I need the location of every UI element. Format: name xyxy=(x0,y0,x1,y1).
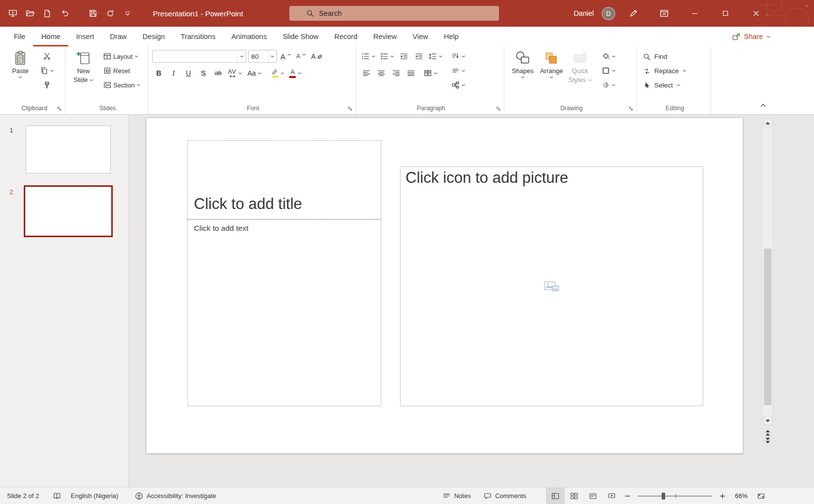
tab-draw[interactable]: Draw xyxy=(102,27,135,46)
collapse-ribbon-button[interactable] xyxy=(758,100,769,110)
redo-button[interactable] xyxy=(103,7,117,20)
font-color-button[interactable]: A xyxy=(288,67,303,80)
zoom-slider-thumb[interactable] xyxy=(662,493,665,500)
underline-button[interactable]: U xyxy=(182,67,195,80)
tab-transitions[interactable]: Transitions xyxy=(173,27,223,46)
convert-to-smartart-button[interactable] xyxy=(450,79,467,91)
title-placeholder[interactable]: Click to add title xyxy=(187,140,381,219)
font-size-combo[interactable] xyxy=(248,50,277,63)
increase-indent-button[interactable] xyxy=(412,50,425,63)
view-slide-sorter-button[interactable] xyxy=(565,488,584,504)
save-button[interactable] xyxy=(86,7,99,20)
font-name-input[interactable] xyxy=(153,50,237,62)
tab-record[interactable]: Record xyxy=(326,27,365,46)
slide-surface[interactable]: Click to add title Click to add text Cli… xyxy=(146,118,743,454)
comments-button[interactable]: Comments xyxy=(484,492,526,500)
ribbon-display-options-button[interactable] xyxy=(649,0,679,27)
zoom-slider[interactable] xyxy=(638,493,712,500)
tab-slide-show[interactable]: Slide Show xyxy=(274,27,326,46)
view-normal-button[interactable] xyxy=(546,488,565,504)
picture-placeholder[interactable]: Click icon to add picture xyxy=(400,167,703,406)
clear-formatting-button[interactable]: A xyxy=(310,50,324,63)
clipboard-dialog-launcher[interactable] xyxy=(55,104,63,112)
shape-effects-button[interactable] xyxy=(600,79,617,91)
shape-fill-button[interactable] xyxy=(600,50,617,63)
close-button[interactable] xyxy=(741,0,771,27)
spell-check-button[interactable] xyxy=(53,492,61,500)
scrollbar-thumb[interactable] xyxy=(764,249,771,405)
tab-home[interactable]: Home xyxy=(33,27,68,46)
drawing-dialog-launcher[interactable] xyxy=(627,104,634,112)
scroll-down-button[interactable] xyxy=(764,417,772,425)
start-slideshow-button[interactable] xyxy=(6,7,19,20)
tab-view[interactable]: View xyxy=(405,27,436,46)
zoom-out-button[interactable] xyxy=(621,488,634,504)
accessibility-checker[interactable]: Accessibility: Investigate xyxy=(135,492,216,500)
grow-font-button[interactable]: A xyxy=(279,50,293,63)
find-button[interactable]: Find xyxy=(641,50,688,63)
minimize-button[interactable] xyxy=(679,0,710,27)
language-indicator[interactable]: English (Nigeria) xyxy=(71,492,118,500)
share-button[interactable]: Share xyxy=(732,33,770,41)
fit-slide-to-window-button[interactable] xyxy=(754,488,769,504)
numbering-button[interactable] xyxy=(379,50,396,63)
avatar[interactable]: D xyxy=(602,7,615,20)
view-reading-button[interactable] xyxy=(584,488,602,504)
arrange-button[interactable]: Arrange xyxy=(537,48,566,102)
tab-review[interactable]: Review xyxy=(365,27,405,46)
shape-outline-button[interactable] xyxy=(600,64,617,77)
tab-help[interactable]: Help xyxy=(436,27,466,46)
customize-quick-access-button[interactable] xyxy=(121,7,134,20)
tab-design[interactable]: Design xyxy=(135,27,173,46)
slide-indicator[interactable]: Slide 2 of 2 xyxy=(7,492,39,500)
paste-button[interactable]: Paste xyxy=(6,48,35,102)
user-name[interactable]: Daniel xyxy=(574,9,594,17)
cut-button[interactable] xyxy=(39,50,55,63)
columns-button[interactable] xyxy=(422,67,439,80)
previous-slide-button[interactable] xyxy=(764,429,772,437)
copy-button[interactable] xyxy=(39,64,55,77)
tab-file[interactable]: File xyxy=(6,27,33,46)
undo-dropdown-button[interactable] xyxy=(75,7,82,20)
search-input[interactable]: Search xyxy=(289,6,499,21)
tab-animations[interactable]: Animations xyxy=(224,27,275,46)
text-highlight-button[interactable] xyxy=(270,67,286,80)
inking-button[interactable] xyxy=(618,0,649,27)
character-spacing-button[interactable]: AV xyxy=(226,67,244,80)
bold-button[interactable]: B xyxy=(152,67,165,80)
line-spacing-button[interactable] xyxy=(427,50,444,63)
insert-picture-icon[interactable] xyxy=(544,280,560,294)
align-center-button[interactable] xyxy=(375,67,388,80)
change-case-button[interactable]: Aa xyxy=(246,67,263,80)
justify-button[interactable] xyxy=(405,67,417,80)
slide-2-thumbnail[interactable] xyxy=(26,187,111,235)
quick-styles-button[interactable]: Quick Styles xyxy=(566,48,594,102)
align-text-button[interactable] xyxy=(450,64,467,77)
format-painter-button[interactable] xyxy=(39,79,55,91)
font-name-dropdown[interactable] xyxy=(237,50,246,62)
new-slide-button[interactable]: New Slide xyxy=(69,48,98,102)
notes-button[interactable]: Notes xyxy=(443,492,471,500)
text-direction-button[interactable] xyxy=(450,50,467,63)
zoom-in-button[interactable] xyxy=(716,488,729,504)
slide-1-thumbnail[interactable] xyxy=(26,126,111,173)
select-button[interactable]: Select xyxy=(641,79,688,91)
paragraph-dialog-launcher[interactable] xyxy=(494,104,502,112)
view-slideshow-button[interactable] xyxy=(602,488,621,504)
layout-button[interactable]: Layout xyxy=(102,50,142,63)
zoom-percentage[interactable]: 66% xyxy=(732,492,748,500)
reset-button[interactable]: Reset xyxy=(102,64,142,77)
maximize-button[interactable] xyxy=(710,0,741,27)
align-left-button[interactable] xyxy=(360,67,373,80)
open-button[interactable] xyxy=(23,7,37,20)
font-dialog-launcher[interactable] xyxy=(346,104,354,112)
replace-button[interactable]: Replace xyxy=(641,65,688,77)
font-name-combo[interactable] xyxy=(152,50,246,63)
undo-button[interactable] xyxy=(58,7,71,20)
scrollbar-track[interactable] xyxy=(764,127,772,417)
shrink-font-button[interactable]: A xyxy=(295,50,308,63)
font-size-dropdown[interactable] xyxy=(268,50,276,62)
tab-insert[interactable]: Insert xyxy=(68,27,102,46)
align-right-button[interactable] xyxy=(390,67,403,80)
font-size-input[interactable] xyxy=(249,50,268,62)
